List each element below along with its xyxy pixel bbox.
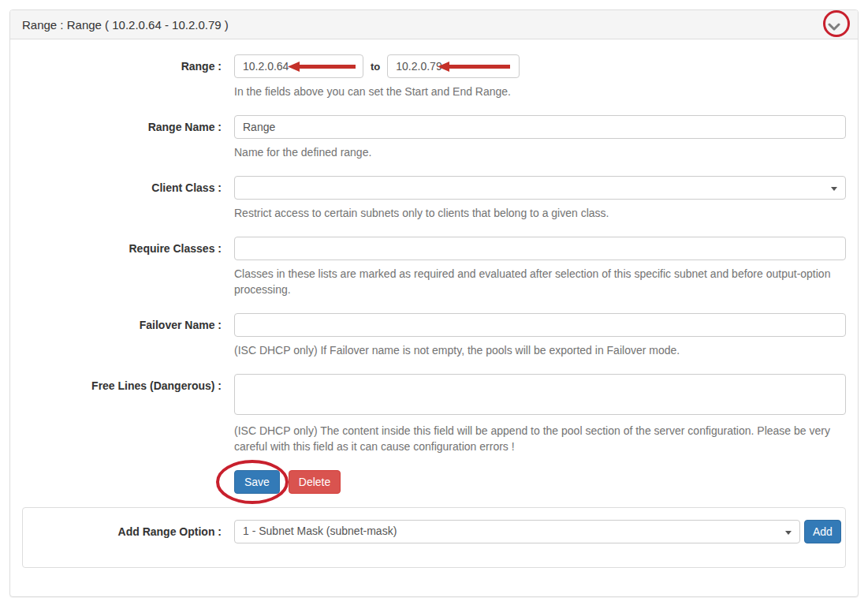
free-lines-label: Free Lines (Dangerous) : [22, 374, 234, 454]
range-start-input[interactable] [234, 54, 363, 78]
range-name-row: Range Name : Name for the defined range. [22, 115, 846, 160]
range-name-label: Range Name : [22, 115, 234, 160]
client-class-label: Client Class : [22, 176, 234, 221]
client-class-select[interactable] [234, 176, 846, 200]
panel-header: Range : Range ( 10.2.0.64 - 10.2.0.79 ) [10, 10, 858, 39]
client-class-help-text: Restrict access to certain subnets only … [234, 205, 846, 221]
failover-name-row: Failover Name : (ISC DHCP only) If Failo… [22, 313, 846, 358]
failover-name-label: Failover Name : [22, 313, 234, 358]
add-range-option-label: Add Range Option : [35, 520, 234, 538]
add-range-option-select[interactable]: 1 - Subnet Mask (subnet-mask) [234, 520, 800, 543]
free-lines-textarea[interactable] [234, 374, 846, 415]
form-buttons-row: Save Delete [22, 470, 846, 494]
add-range-option-box: Add Range Option : 1 - Subnet Mask (subn… [22, 507, 846, 568]
range-row: Range : to [22, 54, 846, 99]
range-help-text: In the fields above you can set the Star… [234, 84, 846, 99]
caret-down-icon [785, 531, 792, 535]
range-label: Range : [22, 54, 234, 99]
save-button[interactable]: Save [234, 470, 280, 494]
client-class-row: Client Class : Restrict access to certai… [22, 176, 846, 221]
range-to-separator: to [371, 61, 380, 73]
range-name-help-text: Name for the defined range. [234, 144, 846, 160]
add-button[interactable]: Add [804, 520, 841, 543]
require-classes-input[interactable] [234, 237, 846, 260]
require-classes-help-text: Classes in these lists are marked as req… [234, 266, 846, 297]
panel-title: Range : Range ( 10.2.0.64 - 10.2.0.79 ) [22, 18, 229, 32]
chevron-down-icon[interactable] [828, 21, 840, 29]
failover-name-input[interactable] [234, 313, 846, 337]
range-name-input[interactable] [234, 115, 846, 139]
free-lines-row: Free Lines (Dangerous) : (ISC DHCP only)… [22, 374, 846, 454]
range-end-input[interactable] [387, 54, 520, 78]
require-classes-row: Require Classes : Classes in these lists… [22, 237, 846, 297]
free-lines-help-text: (ISC DHCP only) The content inside this … [234, 423, 846, 454]
require-classes-label: Require Classes : [22, 237, 234, 297]
add-range-option-row: Add Range Option : 1 - Subnet Mask (subn… [35, 520, 833, 543]
failover-name-help-text: (ISC DHCP only) If Failover name is not … [234, 342, 846, 358]
panel-body: Range : to [10, 39, 858, 494]
caret-down-icon [831, 187, 837, 191]
add-range-option-selected-value: 1 - Subnet Mask (subnet-mask) [243, 525, 397, 537]
delete-button[interactable]: Delete [289, 470, 341, 494]
range-panel: Range : Range ( 10.2.0.64 - 10.2.0.79 ) … [9, 9, 859, 597]
